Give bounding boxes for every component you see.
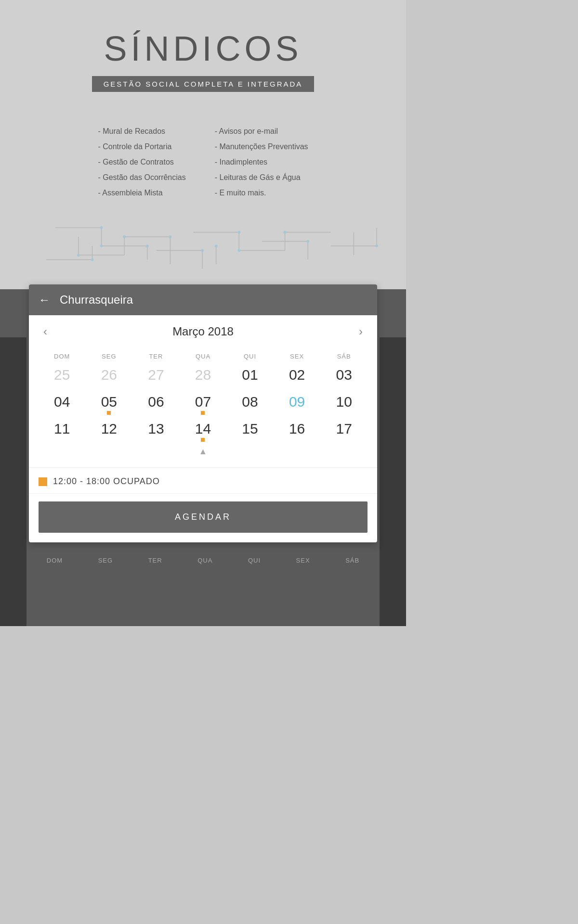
svg-point-27 [77,254,80,257]
back-button[interactable]: ← [39,293,50,307]
svg-point-25 [100,244,103,247]
svg-point-33 [306,240,309,243]
circuit-decoration [10,217,396,275]
calendar-day[interactable]: 25 [39,363,86,390]
svg-point-31 [237,249,240,252]
svg-point-32 [284,231,287,234]
svg-point-36 [91,258,94,261]
calendar-day[interactable]: 13 [132,417,180,444]
day-number: 17 [320,421,368,436]
calendar-day[interactable]: 04 [39,390,86,417]
calendar-card: ← Churrasqueira ‹ Março 2018 › DOM SEG [29,284,377,542]
feature-item: - Leituras de Gás e Água [215,172,308,183]
features-col-1: - Mural de Recados - Controle da Portari… [98,126,185,203]
agendar-button[interactable]: AGENDAR [39,501,368,533]
day-number: 02 [274,367,321,383]
calendar-day[interactable]: 15 [226,417,274,444]
feature-item: - Avisos por e-mail [215,126,308,137]
day-number: 16 [274,421,321,436]
day-dot-placeholder [60,438,64,442]
calendar-week-row: 11 12 13 14 [39,417,368,444]
calendar-day[interactable]: 02 [274,363,321,390]
next-month-button[interactable]: › [354,323,368,340]
feature-item: - Controle da Portaria [98,141,185,153]
booking-dot-indicator [107,411,111,415]
features-list: - Mural de Recados - Controle da Portari… [10,121,396,207]
calendar-grid: DOM SEG TER QUA QUI SEX SÁB [39,350,368,444]
bottom-weekday-ter: TER [148,557,162,564]
day-dot-placeholder [295,411,299,415]
calendar-card-title: Churrasqueira [60,293,133,307]
calendar-day[interactable]: 17 [320,417,368,444]
day-dot-placeholder [248,438,252,442]
calendar-day[interactable]: 28 [180,363,227,390]
calendar-week-row: 04 05 06 07 [39,390,368,417]
calendar-day[interactable]: 27 [132,363,180,390]
day-dot-placeholder [154,411,158,415]
feature-item: - Inadimplentes [215,156,308,168]
day-number: 07 [180,394,227,410]
day-number: 14 [180,421,227,436]
feature-item: - Mural de Recados [98,126,185,137]
day-dot-placeholder [295,438,299,442]
booking-section: 12:00 - 18:00 OCUPADO [29,467,377,493]
app-title: SÍNDICOS [10,29,396,68]
expand-arrow[interactable]: ▲ [39,444,368,460]
bottom-weekday-qua: QUA [197,557,212,564]
calendar-day[interactable]: 26 [86,363,133,390]
feature-item: - Assembleia Mista [98,187,185,199]
bottom-weekday-sex: SEX [296,557,310,564]
weekday-header-sex: SEX [274,350,321,363]
svg-point-35 [201,249,204,252]
calendar-day[interactable]: 01 [226,363,274,390]
svg-point-26 [146,244,149,247]
day-number: 03 [320,367,368,383]
day-number: 27 [132,367,180,383]
svg-point-24 [100,226,103,229]
day-number: 28 [180,367,227,383]
booking-dot-indicator [201,411,205,415]
month-label: Março 2018 [172,325,234,338]
day-dot-placeholder [248,411,252,415]
bottom-weekday-dom: DOM [47,557,63,564]
svg-point-37 [215,244,218,247]
calendar-day[interactable]: 08 [226,390,274,417]
weekday-header-dom: DOM [39,350,86,363]
day-dot-placeholder [60,411,64,415]
calendar-day[interactable]: 07 [180,390,227,417]
calendar-day[interactable]: 12 [86,417,133,444]
day-number: 26 [86,367,133,383]
weekday-header-ter: TER [132,350,180,363]
calendar-header: ← Churrasqueira [29,284,377,315]
calendar-day[interactable]: 14 [180,417,227,444]
svg-point-29 [169,235,172,238]
calendar-day[interactable]: 16 [274,417,321,444]
weekday-header-qui: QUI [226,350,274,363]
prev-month-button[interactable]: ‹ [39,323,52,340]
bottom-weekdays-row: DOM SEG TER QUA QUI SEX SÁB [0,547,406,572]
day-dot-placeholder [248,384,252,388]
app-subtitle: GESTÃO SOCIAL COMPLETA E INTEGRADA [92,76,315,92]
feature-item: - Manutenções Preventivas [215,141,308,153]
calendar-day[interactable]: 11 [39,417,86,444]
day-dot-placeholder [342,384,346,388]
calendar-day[interactable]: 06 [132,390,180,417]
bottom-weekday-sab: SÁB [345,557,359,564]
feature-item: - E muito mais. [215,187,308,199]
feature-item: - Gestão de Contratos [98,156,185,168]
calendar-day[interactable]: 09 [274,390,321,417]
day-dot-placeholder [295,384,299,388]
day-dot-placeholder [342,411,346,415]
svg-point-30 [237,231,240,234]
calendar-day[interactable]: 10 [320,390,368,417]
svg-point-28 [123,235,126,238]
day-number: 10 [320,394,368,410]
day-dot-placeholder [342,438,346,442]
day-number: 25 [39,367,86,383]
calendar-day[interactable]: 05 [86,390,133,417]
svg-point-34 [375,244,378,247]
weekday-header-sab: SÁB [320,350,368,363]
calendar-day[interactable]: 03 [320,363,368,390]
calendar-week-row: 25 26 27 28 [39,363,368,390]
month-nav: ‹ Março 2018 › [39,323,368,340]
